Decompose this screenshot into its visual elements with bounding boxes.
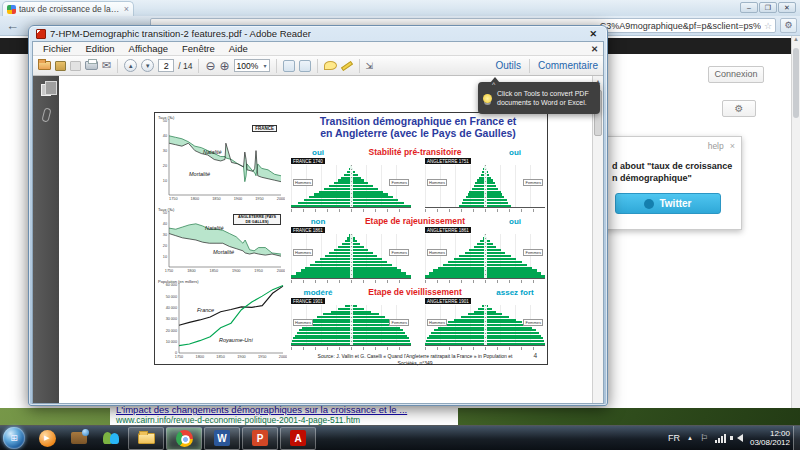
back-button[interactable]: ← (6, 18, 19, 33)
france-rates-chart: 1020304050175018001850190019502000 Taux … (157, 115, 285, 205)
minimize-button[interactable]: – (740, 2, 758, 13)
tools-hint-tooltip: ^ Click on Tools to convert PDF document… (478, 82, 600, 114)
browser-menu-wrench-icon[interactable]: ⚙ (780, 18, 797, 33)
help-link[interactable]: help (708, 141, 724, 151)
page-thumbnails-icon[interactable] (41, 84, 51, 96)
fullscreen-icon[interactable]: ⇲ (366, 61, 374, 71)
start-button[interactable]: ⊞ (3, 427, 25, 449)
tweet-text-line1: d about "taux de croissance (612, 161, 732, 171)
restore-button[interactable]: ❐ (759, 2, 777, 13)
bookmark-star-icon[interactable]: ☆ (764, 21, 772, 31)
row1-header: oui Stabilité pré-transitoire oui (289, 147, 547, 157)
menu-fichier[interactable]: Fichier (36, 43, 79, 54)
fit-page-icon[interactable] (299, 60, 311, 72)
powerpoint-taskbar-button[interactable]: P (242, 427, 278, 450)
result-url: www.cairn.info/revue-d-economie-politiqu… (116, 415, 452, 425)
zoom-level-select[interactable]: 100% ▾ (234, 59, 270, 72)
population-pyramid: FRANCE 1740 Hommes Femmes (289, 158, 413, 214)
zoom-in-icon[interactable]: ⊕ (219, 59, 229, 73)
browser-tab[interactable]: taux de croissance de la fra × (2, 1, 134, 16)
fit-width-icon[interactable] (283, 60, 295, 72)
document-close-icon[interactable]: ✕ (591, 44, 603, 54)
svg-text:1750: 1750 (165, 269, 173, 273)
tab-close-icon[interactable]: × (124, 4, 129, 14)
svg-text:30: 30 (163, 233, 167, 237)
next-page-icon[interactable]: ▼ (141, 59, 154, 72)
reader-titlebar[interactable]: 7-HPM-Demographic transition-2 features.… (32, 26, 604, 41)
previous-page-icon[interactable]: ▲ (124, 59, 137, 72)
save-copy-icon[interactable] (55, 61, 66, 71)
reader-scrollbar[interactable]: ▲ (592, 76, 603, 403)
msn-taskbar-icon[interactable] (96, 427, 126, 450)
menu-aide[interactable]: Aide (222, 43, 255, 54)
svg-text:40 000: 40 000 (166, 306, 177, 310)
scrollbar-thumb[interactable] (793, 48, 799, 118)
scroll-up-icon[interactable]: ▲ (792, 36, 800, 42)
show-desktop-button[interactable] (793, 426, 800, 450)
svg-text:1900: 1900 (237, 355, 245, 359)
chrome-icon (176, 430, 193, 447)
svg-text:1800: 1800 (191, 197, 199, 201)
volume-icon[interactable] (733, 434, 743, 442)
page-count-label: / 14 (178, 61, 192, 71)
language-indicator[interactable]: FR (668, 433, 680, 443)
twitter-button[interactable]: Twitter (615, 193, 721, 214)
svg-text:10 000: 10 000 (166, 340, 177, 344)
figure-title: Transition démographique en France et en… (289, 115, 547, 140)
tab-title: taux de croissance de la fra (19, 4, 121, 14)
pyramid-bar (350, 165, 352, 167)
menu-affichage[interactable]: Affichage (122, 43, 175, 54)
explorer-taskbar-button[interactable] (128, 427, 164, 450)
word-taskbar-button[interactable]: W (204, 427, 240, 450)
connexion-button[interactable]: Connexion (708, 66, 764, 83)
reader-sidebar (33, 76, 59, 403)
chrome-taskbar-button[interactable] (166, 427, 202, 450)
save-icon (70, 61, 81, 71)
svg-text:10: 10 (163, 179, 167, 183)
menu-edition[interactable]: Edition (79, 43, 122, 54)
population-pyramid: ANGLETERRE 1861 Hommes Femmes (423, 227, 547, 285)
email-icon[interactable]: ✉ (102, 59, 111, 72)
pyramid-bar (425, 343, 545, 345)
page-number-input[interactable]: 2 (158, 59, 174, 72)
svg-text:1950: 1950 (255, 197, 263, 201)
comment-panel-button[interactable]: Commentaire (538, 60, 598, 71)
action-center-flag-icon[interactable]: ⚐ (700, 433, 708, 443)
comment-bubble-icon[interactable] (324, 61, 337, 70)
tools-panel-button[interactable]: Outils (495, 60, 521, 71)
media-player-taskbar-icon[interactable]: ▶ (32, 427, 62, 450)
popup-close-icon[interactable]: × (730, 141, 735, 151)
play-icon: ▶ (39, 430, 56, 447)
paperclip-attachments-icon[interactable] (41, 107, 51, 122)
messenger-taskbar-icon[interactable] (64, 427, 94, 450)
open-file-icon[interactable] (38, 61, 51, 70)
population-pyramid: ANGLETERRE 1901 Hommes Femmes (423, 298, 547, 352)
svg-text:2000: 2000 (279, 355, 287, 359)
browser-scrollbar[interactable]: ▲ (791, 36, 800, 408)
svg-text:40: 40 (163, 222, 167, 226)
reader-close-icon[interactable]: ✕ (586, 29, 600, 39)
hidden-icons-caret-icon[interactable]: ▲ (687, 435, 693, 441)
twitter-bird-icon (644, 199, 654, 209)
svg-text:1750: 1750 (175, 355, 183, 359)
pyramid-bar (459, 205, 511, 207)
browser-tab-strip: taux de croissance de la fra × – ❐ ✕ (0, 0, 800, 16)
svg-text:1950: 1950 (254, 269, 262, 273)
close-button[interactable]: ✕ (778, 2, 796, 13)
clock[interactable]: 12:00 03/08/2012 (750, 429, 790, 447)
adobe-reader-taskbar-button[interactable]: A (280, 427, 316, 450)
svg-text:50: 50 (163, 211, 167, 215)
settings-gear-icon[interactable]: ⚙ (722, 100, 756, 117)
print-icon[interactable] (85, 61, 98, 70)
population-growth-chart: 010 00020 00030 00040 00050 00060 000175… (157, 279, 287, 363)
highlight-pen-icon[interactable] (340, 60, 352, 70)
svg-text:20: 20 (163, 244, 167, 248)
chart-legend-box: FRANCE (252, 125, 277, 132)
network-icon[interactable] (715, 433, 726, 443)
tray-date: 03/08/2012 (750, 438, 790, 447)
svg-text:1850: 1850 (212, 197, 220, 201)
pyramid-bar (425, 275, 545, 277)
tooltip-caret-icon: ^ (492, 81, 495, 88)
zoom-out-icon[interactable]: ⊖ (205, 59, 215, 73)
menu-fenetre[interactable]: Fenêtre (175, 43, 222, 54)
